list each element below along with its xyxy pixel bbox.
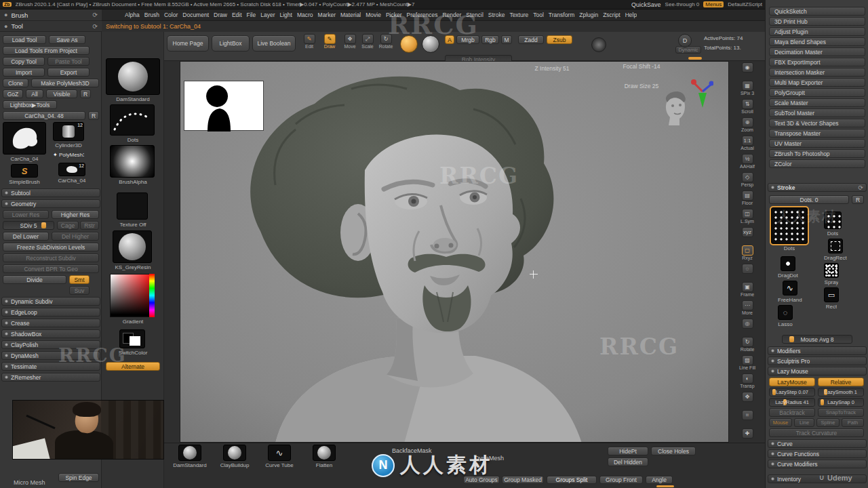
current-material-thumb[interactable] [113, 230, 152, 263]
m-button[interactable]: M [501, 35, 512, 44]
strip-floor[interactable]: ▤Floor [732, 190, 762, 209]
plugin-adjust-plugin[interactable]: Adjust Plugin [769, 27, 865, 36]
lightbox-tools-button[interactable]: Lightbox▶Tools [3, 100, 57, 109]
strip-grid[interactable]: ⌗ [732, 410, 762, 428]
goz-all-button[interactable]: All [26, 89, 43, 98]
section-dynamic-subdiv[interactable]: Dynamic Subdiv [1, 297, 100, 306]
strip-aahalf[interactable]: ½AAHalf [732, 154, 762, 172]
group-group-masked[interactable]: Group Masked [502, 476, 544, 484]
plugin-polygroupit[interactable]: PolyGroupIt [769, 88, 865, 97]
menu-material[interactable]: Material [340, 12, 361, 18]
group-group-front[interactable]: Group Front [599, 476, 643, 484]
lightbox-button[interactable]: LightBox [212, 35, 250, 52]
menu-marker[interactable]: Marker [318, 12, 336, 18]
hue-strip[interactable] [149, 274, 155, 317]
alpha-document-preview[interactable] [184, 81, 264, 131]
menu-macro[interactable]: Macro [297, 12, 313, 18]
export-button[interactable]: Export [47, 68, 90, 77]
default-zscript-button[interactable]: DefaultZScript [728, 1, 762, 7]
modifiers-section-bar[interactable]: Modifiers [768, 346, 867, 355]
menu-movie[interactable]: Movie [366, 12, 381, 18]
current-alpha-thumb[interactable] [110, 145, 155, 178]
lazystep-slider[interactable]: LazyStep 0.07 [769, 388, 815, 396]
menu-alpha[interactable]: Alpha [125, 12, 140, 18]
make-polymesh3d-button[interactable]: Make PolyMesh3D [31, 79, 99, 87]
goz-r-button[interactable]: R [80, 89, 91, 98]
quicksave-button[interactable]: QuickSave [631, 1, 661, 8]
backtrack-toggle[interactable]: Backtrack [769, 408, 815, 417]
del-hidden-button[interactable]: Del Hidden [608, 458, 648, 466]
zsub-button[interactable]: Zsub [547, 35, 572, 44]
sdiv-slider[interactable]: SDiv 5 [3, 221, 54, 230]
menu-picker[interactable]: Picker [386, 12, 402, 18]
menus-button[interactable]: Menus [703, 1, 724, 7]
close-holes-button[interactable]: Close Holes [651, 447, 696, 455]
strip-xyz[interactable]: xyz [732, 227, 762, 245]
import-button[interactable]: Import [3, 68, 45, 77]
rgb-button[interactable]: Rgb [481, 35, 499, 44]
bottom-brush-curve-tube[interactable]: ∿Curve Tube [259, 445, 300, 468]
menu-transform[interactable]: Transform [549, 12, 574, 18]
plugin-uv-master[interactable]: UV Master [769, 139, 865, 148]
toolbar-accent-slider[interactable] [688, 57, 702, 60]
menu-help[interactable]: Help [625, 12, 637, 18]
strip-l-sym[interactable]: ◫L.Sym [732, 209, 762, 227]
stroke-section-bar[interactable]: Stroke ⟳ [768, 183, 867, 192]
lower-res-button[interactable]: Lower Res [3, 210, 49, 219]
tool-palette-header[interactable]: ● Tool ⟳ [0, 21, 102, 32]
strip-line-fill[interactable]: ▨Line Fill [732, 355, 762, 373]
divide-button[interactable]: Divide [3, 275, 66, 284]
slider-handle[interactable] [41, 222, 46, 228]
strip-solo[interactable]: ◎ [732, 319, 762, 337]
stroke-type-dots-small[interactable]: Dots [824, 211, 842, 237]
strip-rotate[interactable]: ↻Rotate [732, 337, 762, 355]
menu-zplugin[interactable]: Zplugin [579, 12, 598, 18]
d-icon[interactable]: D [678, 34, 692, 47]
bottom-brush-damstandard[interactable]: DamStandard [170, 445, 210, 468]
color-a-icon[interactable]: A [445, 35, 454, 44]
reconstruct-subdiv-button[interactable]: Reconstruct Subdiv [3, 253, 99, 262]
current-texture-thumb[interactable] [117, 192, 148, 220]
see-through-slider[interactable]: See-through 0 [665, 1, 700, 7]
strip-scroll[interactable]: ⇅Scroll [732, 99, 762, 117]
material-quick-button[interactable] [422, 35, 439, 53]
mouse-avg-slider[interactable]: Mouse Avg 8 [782, 335, 852, 344]
bottom-brush-claybuildup[interactable]: ClayBuildup [214, 445, 255, 468]
group-groups-split[interactable]: Groups Split [547, 476, 597, 484]
clone-button[interactable]: Clone [3, 79, 28, 87]
scale-button[interactable]: ⤢ Scale [359, 34, 376, 54]
menu-file[interactable]: File [247, 12, 256, 18]
curve-modifiers-section-bar[interactable]: Curve Modifiers [768, 460, 867, 468]
menu-zscript[interactable]: Zscript [603, 12, 620, 18]
plugin-maya-blend-shapes[interactable]: Maya Blend Shapes [769, 37, 865, 46]
snaptotrack-toggle[interactable]: SnapToTrack [818, 408, 864, 417]
plugin-zcolor[interactable]: ZColor [769, 159, 865, 168]
refresh-icon[interactable]: ⟳ [858, 184, 863, 191]
plugin-quicksketch[interactable]: QuickSketch [769, 7, 865, 16]
plugin-transpose-master[interactable]: Transpose Master [769, 129, 865, 138]
stroke-r-button[interactable]: R [852, 195, 864, 204]
relative-toggle[interactable]: Relative [818, 378, 864, 386]
switchcolor-thumb[interactable] [119, 329, 145, 348]
live-boolean-button[interactable]: Live Boolean [252, 35, 296, 52]
convert-bpr-button[interactable]: Convert BPR To Geo [3, 264, 99, 273]
goz-visible-button[interactable]: Visible [46, 89, 77, 98]
dynamesh-label[interactable]: DynaMesh [475, 455, 504, 462]
mrgb-button[interactable]: Mrgb [456, 35, 479, 44]
curve-functions-section-bar[interactable]: Curve Functions [768, 449, 867, 458]
copy-tool-button[interactable]: Copy Tool [3, 57, 45, 66]
tool-thumb-cylinder3d[interactable]: 12 [53, 122, 84, 141]
tool-thumb-simplebrush[interactable]: S [11, 164, 38, 178]
plugin-decimation-master[interactable]: Decimation Master [769, 47, 865, 56]
stroke-type-dragdot[interactable]: DragDot [778, 256, 798, 279]
cage-button[interactable]: Cage [57, 221, 79, 230]
section-dynamesh[interactable]: DynaMesh [1, 351, 100, 360]
strip-rxyz[interactable]: ▢Rxyz [732, 245, 762, 264]
axis-gizmo[interactable] [690, 77, 713, 110]
strip-frame[interactable]: ▣Frame [732, 282, 762, 300]
menu-color[interactable]: Color [164, 12, 178, 18]
lazysnap-slider[interactable]: LazySnap 0 [818, 398, 864, 407]
track-curvature-button[interactable]: Track Curvature [769, 428, 864, 437]
menu-stroke[interactable]: Stroke [488, 12, 505, 18]
mouse-mode-button[interactable]: Mouse [769, 418, 792, 427]
